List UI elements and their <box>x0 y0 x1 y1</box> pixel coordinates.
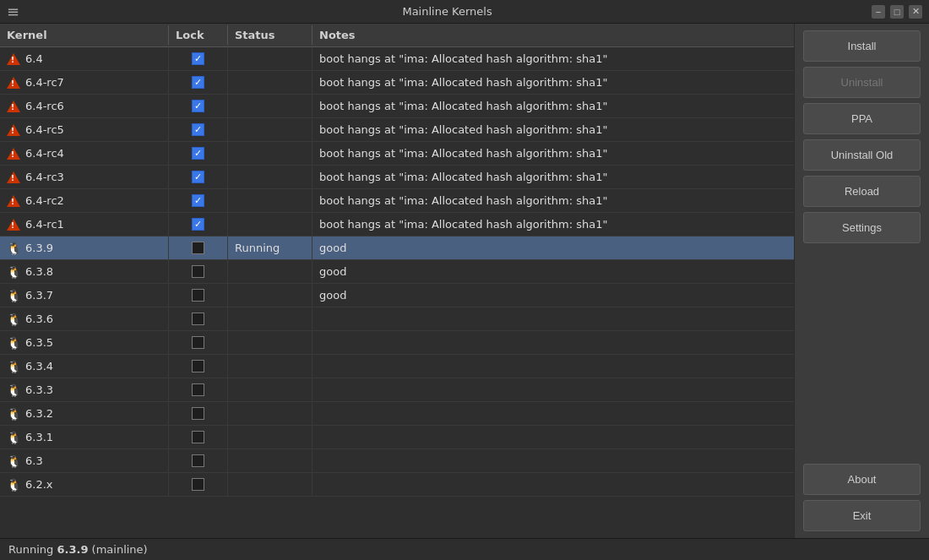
lock-checkbox[interactable] <box>192 454 204 467</box>
minimize-button[interactable]: − <box>872 5 885 19</box>
statusbar: Running 6.3.9 (mainline) <box>0 538 929 560</box>
status-cell <box>228 402 312 425</box>
col-header-status: Status <box>228 25 312 45</box>
tux-icon: 🐧 <box>7 383 20 397</box>
table-row[interactable]: 6.4-rc4 boot hangs at "ima: Allocated ha… <box>0 142 794 166</box>
status-cell <box>228 142 312 165</box>
kernel-version: 6.3.9 <box>25 242 53 254</box>
lock-checkbox[interactable] <box>192 336 204 349</box>
lock-checkbox[interactable] <box>192 123 204 136</box>
table-row[interactable]: 🐧 6.3.9 Running good <box>0 237 794 260</box>
kernel-cell: 🐧 6.3.9 <box>0 237 169 259</box>
lock-checkbox[interactable] <box>192 194 204 207</box>
lock-checkbox[interactable] <box>192 431 204 443</box>
sidebar-spacer <box>803 248 921 459</box>
statusbar-kernel: 6.3.9 <box>57 543 88 556</box>
lock-cell <box>169 118 228 141</box>
kernel-version: 6.3.7 <box>25 289 53 302</box>
reload-button[interactable]: Reload <box>803 176 921 207</box>
lock-checkbox[interactable] <box>192 289 204 302</box>
notes-cell: boot hangs at "ima: Allocated hash algor… <box>312 213 794 236</box>
lock-checkbox[interactable] <box>192 218 204 231</box>
lock-cell <box>169 71 228 94</box>
table-row[interactable]: 6.4-rc2 boot hangs at "ima: Allocated ha… <box>0 189 794 213</box>
kernel-version: 6.3.8 <box>25 265 53 278</box>
table-row[interactable]: 🐧 6.3.3 <box>0 378 794 402</box>
tux-icon: 🐧 <box>7 242 20 255</box>
tux-icon: 🐧 <box>7 407 20 421</box>
lock-cell <box>169 237 228 259</box>
table-row[interactable]: 6.4-rc3 boot hangs at "ima: Allocated ha… <box>0 166 794 189</box>
table-row[interactable]: 🐧 6.3.2 <box>0 402 794 426</box>
table-row[interactable]: 🐧 6.3.6 <box>0 307 794 331</box>
lock-checkbox[interactable] <box>192 265 204 278</box>
lock-cell <box>169 449 228 472</box>
lock-checkbox[interactable] <box>192 171 204 183</box>
table-row[interactable]: 6.4-rc5 boot hangs at "ima: Allocated ha… <box>0 118 794 142</box>
kernel-version: 6.3.3 <box>25 383 53 396</box>
table-row[interactable]: 6.4-rc1 boot hangs at "ima: Allocated ha… <box>0 213 794 237</box>
kernel-version: 6.4-rc1 <box>25 218 64 231</box>
kernel-cell: 6.4 <box>0 47 169 70</box>
kernel-cell: 🐧 6.3.8 <box>0 260 169 283</box>
lock-cell <box>169 142 228 165</box>
uninstall-old-button[interactable]: Uninstall Old <box>803 139 921 171</box>
notes-cell: boot hangs at "ima: Allocated hash algor… <box>312 189 794 212</box>
lock-checkbox[interactable] <box>192 242 204 254</box>
notes-cell: boot hangs at "ima: Allocated hash algor… <box>312 71 794 94</box>
table-row[interactable]: 6.4-rc6 boot hangs at "ima: Allocated ha… <box>0 95 794 118</box>
lock-checkbox[interactable] <box>192 52 204 65</box>
notes-cell <box>312 378 794 401</box>
warning-icon <box>7 123 20 137</box>
warning-icon <box>7 171 20 184</box>
kernel-version: 6.3.1 <box>25 431 53 443</box>
table-row[interactable]: 🐧 6.3.8 good <box>0 260 794 284</box>
exit-button[interactable]: Exit <box>803 500 921 531</box>
about-button[interactable]: About <box>803 464 921 495</box>
lock-checkbox[interactable] <box>192 383 204 396</box>
table-row[interactable]: 🐧 6.2.x <box>0 473 794 497</box>
lock-checkbox[interactable] <box>192 76 204 89</box>
lock-checkbox[interactable] <box>192 478 204 491</box>
table-row[interactable]: 🐧 6.3.1 <box>0 426 794 449</box>
kernel-version: 6.3 <box>25 454 43 467</box>
lock-cell <box>169 166 228 188</box>
lock-checkbox[interactable] <box>192 100 204 112</box>
status-cell <box>228 378 312 401</box>
kernel-cell: 🐧 6.3.5 <box>0 331 169 354</box>
status-cell <box>228 284 312 307</box>
table-row[interactable]: 🐧 6.3.7 good <box>0 284 794 307</box>
lock-cell <box>169 47 228 70</box>
col-header-lock: Lock <box>169 25 228 45</box>
lock-cell <box>169 426 228 449</box>
table-row[interactable]: 6.4 boot hangs at "ima: Allocated hash a… <box>0 47 794 71</box>
maximize-button[interactable]: □ <box>890 5 904 19</box>
tux-icon: 🐧 <box>7 360 20 373</box>
col-header-kernel: Kernel <box>0 25 169 45</box>
table-body[interactable]: 6.4 boot hangs at "ima: Allocated hash a… <box>0 47 794 538</box>
table-row[interactable]: 🐧 6.3.5 <box>0 331 794 355</box>
install-button[interactable]: Install <box>803 30 921 62</box>
status-cell <box>228 473 312 496</box>
kernel-cell: 6.4-rc2 <box>0 189 169 212</box>
tux-icon: 🐧 <box>7 336 20 350</box>
table-row[interactable]: 🐧 6.3 <box>0 449 794 473</box>
lock-checkbox[interactable] <box>192 360 204 372</box>
ppa-button[interactable]: PPA <box>803 103 921 134</box>
notes-cell <box>312 426 794 449</box>
lock-checkbox[interactable] <box>192 313 204 325</box>
uninstall-button[interactable]: Uninstall <box>803 67 921 98</box>
lock-checkbox[interactable] <box>192 147 204 160</box>
status-cell <box>228 426 312 449</box>
lock-checkbox[interactable] <box>192 407 204 420</box>
lock-cell <box>169 331 228 354</box>
status-cell <box>228 355 312 378</box>
table-row[interactable]: 6.4-rc7 boot hangs at "ima: Allocated ha… <box>0 71 794 95</box>
notes-cell: boot hangs at "ima: Allocated hash algor… <box>312 118 794 141</box>
menu-icon[interactable]: ≡ <box>7 3 23 20</box>
close-button[interactable]: ✕ <box>909 5 922 19</box>
table-row[interactable]: 🐧 6.3.4 <box>0 355 794 378</box>
settings-button[interactable]: Settings <box>803 212 921 243</box>
status-cell <box>228 307 312 330</box>
kernel-cell: 🐧 6.3.1 <box>0 426 169 449</box>
